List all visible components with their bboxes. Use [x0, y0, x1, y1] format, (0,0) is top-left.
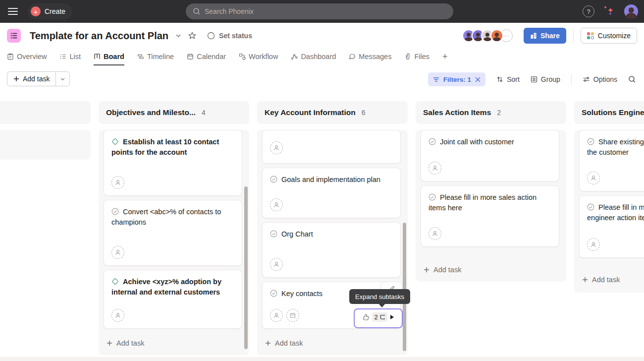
plus-icon — [107, 340, 112, 346]
task-card[interactable]: Joint call with customer — [421, 130, 559, 181]
user-avatar[interactable] — [624, 4, 638, 18]
overview-icon — [7, 53, 14, 60]
tab-add-button[interactable]: + — [442, 49, 448, 65]
topbar-right: ? ✦✦✦ — [583, 0, 638, 23]
files-paperclip-icon — [404, 53, 411, 60]
tab-files[interactable]: Files — [404, 49, 429, 65]
check-circle-icon[interactable] — [429, 193, 436, 201]
column-add-task-button[interactable]: Add task — [424, 266, 461, 274]
task-card[interactable]: Share existingthe customer — [579, 130, 644, 191]
column-header[interactable] — [0, 101, 91, 124]
tab-list[interactable]: List — [59, 49, 81, 65]
assignee-placeholder-icon[interactable] — [270, 309, 283, 322]
subtask-count-badge: 2 — [372, 312, 387, 322]
check-circle-icon[interactable] — [587, 203, 594, 211]
tab-dashboard[interactable]: Dashboard — [291, 49, 336, 65]
check-circle-icon[interactable] — [587, 138, 594, 145]
ai-sparkles-icon[interactable]: ✦✦✦ — [603, 5, 615, 18]
options-button[interactable]: Options — [583, 75, 617, 83]
assignee-placeholder-icon[interactable] — [270, 198, 283, 211]
add-task-dropdown[interactable] — [55, 72, 69, 86]
assignee-placeholder-icon[interactable] — [111, 176, 124, 189]
column-scrollbar[interactable] — [403, 223, 406, 351]
customize-label: Customize — [598, 32, 631, 40]
assignee-placeholder-icon[interactable] — [429, 162, 441, 175]
task-card[interactable]: Please fill in more sales action items h… — [421, 185, 559, 247]
tab-workflow[interactable]: Workflow — [239, 49, 278, 65]
column-add-task-button[interactable]: Add task — [582, 276, 620, 284]
assignee-placeholder-icon[interactable] — [587, 238, 600, 251]
customize-button[interactable]: Customize — [581, 28, 637, 44]
assignee-placeholder-icon[interactable] — [111, 246, 124, 259]
divider — [571, 74, 572, 85]
help-icon[interactable]: ? — [583, 5, 594, 17]
assignee-placeholder-icon[interactable] — [111, 309, 124, 322]
board-column-solutions: Solutions Enginee Share existingthe cust… — [574, 101, 644, 293]
view-tabs: Overview List Board Timeline Calendar Wo… — [0, 49, 644, 65]
title-chevron-down-icon[interactable] — [175, 33, 181, 39]
close-icon[interactable] — [475, 77, 481, 82]
tab-calendar[interactable]: Calendar — [187, 49, 226, 65]
member-avatars: ··· — [462, 29, 513, 42]
star-icon[interactable] — [188, 32, 196, 40]
messages-icon — [349, 53, 356, 60]
filters-chip[interactable]: Filters: 1 — [428, 72, 485, 86]
add-task-button[interactable]: Add task — [7, 72, 55, 86]
list-glyph-icon — [10, 32, 18, 40]
assignee-placeholder-icon[interactable] — [270, 141, 283, 154]
avatar[interactable] — [490, 29, 503, 42]
list-icon — [59, 53, 66, 60]
task-card[interactable]: Please fill in moengineer action ite — [579, 195, 644, 258]
subtask-icon — [379, 314, 385, 320]
column-header[interactable]: Objectives and Milesto... 4 — [99, 101, 249, 124]
assignee-placeholder-icon[interactable] — [270, 258, 283, 271]
tab-overview[interactable]: Overview — [7, 49, 47, 65]
share-button[interactable]: Share — [524, 28, 566, 44]
check-circle-icon[interactable] — [429, 138, 436, 145]
project-icon[interactable] — [7, 29, 21, 43]
options-sliders-icon — [583, 76, 590, 83]
column-body — [0, 130, 91, 160]
column-header[interactable]: Solutions Enginee — [574, 101, 644, 124]
task-card[interactable]: Achieve <xyz>% adoption by internal and … — [104, 270, 242, 329]
horizontal-scrollbar-track[interactable] — [0, 357, 644, 361]
add-task-split-button: Add task — [7, 71, 70, 86]
assignee-placeholder-icon[interactable] — [429, 227, 441, 240]
column-body: Establish at least 10 contact points for… — [99, 130, 249, 355]
board-column-objectives: Objectives and Milesto... 4 Establish at… — [99, 101, 249, 355]
due-date-placeholder-icon[interactable] — [286, 309, 299, 322]
customize-grid-icon — [587, 32, 594, 39]
thumbs-up-icon[interactable] — [362, 313, 370, 321]
column-add-task-button[interactable]: Add task — [265, 339, 303, 347]
assignee-placeholder-icon[interactable] — [587, 172, 600, 184]
tab-messages[interactable]: Messages — [349, 49, 391, 65]
task-card[interactable] — [262, 130, 401, 164]
plus-icon — [265, 340, 271, 346]
task-card[interactable]: Org Chart — [262, 222, 401, 278]
search-input[interactable]: Search Phoenix — [186, 3, 453, 19]
column-header[interactable]: Key Account Information 6 — [257, 101, 408, 124]
board-search-button[interactable] — [628, 75, 636, 83]
check-circle-icon[interactable] — [111, 208, 119, 215]
column-header[interactable]: Sales Action Items 2 — [416, 101, 566, 124]
column-body: Share existingthe customer Please fill i… — [574, 130, 644, 293]
task-card[interactable]: Convert <abc>% of contacts to champions — [104, 200, 242, 266]
tab-timeline[interactable]: Timeline — [137, 49, 174, 65]
set-status-button[interactable]: Set status — [207, 32, 252, 40]
sort-button[interactable]: Sort — [496, 75, 520, 83]
check-circle-icon[interactable] — [270, 176, 277, 183]
column-add-task-button[interactable]: Add task — [107, 339, 144, 347]
hamburger-menu-icon[interactable] — [8, 8, 18, 15]
check-circle-icon[interactable] — [270, 230, 277, 238]
search-icon — [193, 7, 201, 15]
task-card[interactable]: Establish at least 10 contact points for… — [104, 130, 242, 196]
check-circle-icon[interactable] — [270, 290, 277, 297]
expand-subtasks-button[interactable]: 2 — [354, 308, 403, 328]
task-card[interactable]: Goals and implementation plan — [262, 168, 401, 218]
column-scrollbar[interactable] — [244, 186, 248, 349]
tab-board[interactable]: Board — [94, 49, 124, 65]
group-button[interactable]: Group — [531, 75, 560, 83]
board-view: Objectives and Milesto... 4 Establish at… — [0, 92, 644, 357]
create-button[interactable]: + Create — [28, 3, 72, 19]
share-label: Share — [540, 32, 560, 40]
